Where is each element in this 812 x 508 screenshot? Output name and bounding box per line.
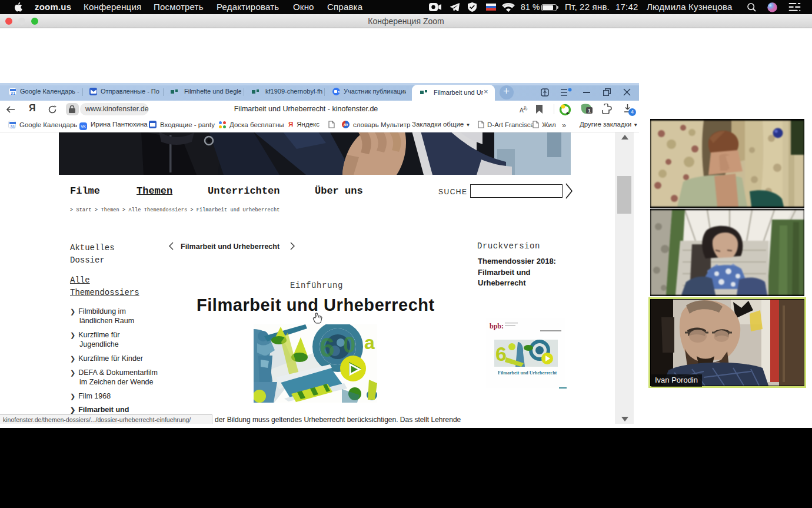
svg-text:あ: あ: [523, 105, 528, 111]
svg-text:0: 0: [343, 333, 355, 357]
svg-text:bpb:: bpb:: [490, 322, 504, 330]
svg-text:6: 6: [495, 343, 507, 365]
svg-text:a: a: [364, 332, 375, 353]
svg-text:6: 6: [320, 332, 335, 363]
svg-text:1: 1: [588, 108, 591, 114]
svg-text:Filmarbeit und Urheberrecht: Filmarbeit und Urheberrecht: [498, 370, 557, 376]
